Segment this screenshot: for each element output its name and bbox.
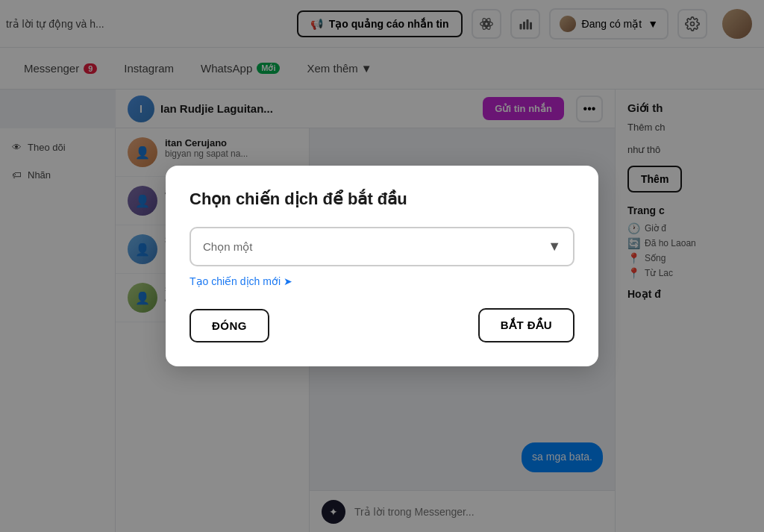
modal-footer: ĐÓNG BẮT ĐẦU [190, 308, 574, 342]
modal-overlay[interactable]: Chọn chiến dịch để bắt đầu Chọn một ▼ Tạ… [0, 0, 764, 532]
modal-title: Chọn chiến dịch để bắt đầu [190, 190, 574, 209]
campaign-dropdown[interactable]: Chọn một ▼ [190, 227, 574, 266]
start-button[interactable]: BẮT ĐẦU [478, 308, 574, 342]
close-button[interactable]: ĐÓNG [190, 309, 269, 342]
dropdown-arrow-icon: ▼ [548, 239, 561, 254]
dropdown-wrapper: Chọn một ▼ [190, 227, 574, 266]
create-campaign-link[interactable]: Tạo chiến dịch mới ➤ [190, 275, 574, 287]
dropdown-placeholder: Chọn một [203, 240, 252, 254]
modal-dialog: Chọn chiến dịch để bắt đầu Chọn một ▼ Tạ… [166, 166, 598, 366]
